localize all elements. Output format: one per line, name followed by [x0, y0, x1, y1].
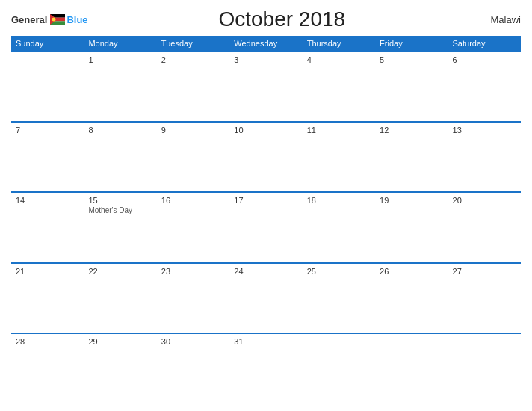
page-title: October 2018 — [88, 7, 476, 31]
table-row — [375, 333, 448, 404]
table-row — [303, 333, 375, 404]
col-wednesday: Wednesday — [229, 36, 302, 52]
day-number: 22 — [88, 267, 152, 276]
table-row: 8 — [84, 122, 156, 192]
table-row: 1 — [84, 52, 156, 122]
calendar-page: General Blue October 2018 Malawi Sunday … — [0, 0, 532, 411]
table-row: 20 — [448, 192, 521, 262]
day-number: 23 — [161, 267, 225, 276]
logo-general: General — [11, 14, 47, 25]
logo-flag-icon — [50, 14, 65, 25]
table-row: 7 — [11, 122, 84, 192]
logo-blue: Blue — [66, 14, 87, 25]
day-number: 25 — [307, 267, 371, 276]
table-row: 25 — [303, 263, 375, 333]
table-row: 5 — [375, 52, 448, 122]
col-saturday: Saturday — [448, 36, 521, 52]
day-number: 27 — [453, 267, 516, 276]
day-number: 26 — [380, 267, 443, 276]
table-row: 22 — [84, 263, 156, 333]
calendar-header-row: Sunday Monday Tuesday Wednesday Thursday… — [11, 36, 521, 52]
day-number: 8 — [88, 126, 152, 135]
day-number: 5 — [380, 55, 443, 64]
table-row — [11, 52, 84, 122]
day-number: 17 — [234, 196, 297, 205]
table-row: 15Mother's Day — [84, 192, 156, 262]
day-number: 31 — [234, 337, 297, 346]
svg-point-5 — [52, 18, 56, 22]
day-number: 3 — [234, 55, 297, 64]
calendar-week-row: 21222324252627 — [11, 263, 521, 333]
day-number: 14 — [16, 196, 79, 205]
day-number: 11 — [307, 126, 371, 135]
day-number: 6 — [453, 55, 516, 64]
table-row: 24 — [229, 263, 302, 333]
table-row: 13 — [448, 122, 521, 192]
day-number: 16 — [161, 196, 225, 205]
col-monday: Monday — [84, 36, 156, 52]
table-row: 23 — [157, 263, 229, 333]
logo: General Blue — [11, 14, 88, 25]
day-number: 10 — [234, 126, 297, 135]
col-sunday: Sunday — [11, 36, 84, 52]
table-row: 27 — [448, 263, 521, 333]
event-label: Mother's Day — [88, 206, 152, 214]
table-row: 12 — [375, 122, 448, 192]
calendar-week-row: 123456 — [11, 52, 521, 122]
day-number: 20 — [453, 196, 516, 205]
day-number: 9 — [161, 126, 225, 135]
table-row: 18 — [303, 192, 375, 262]
table-row: 3 — [229, 52, 302, 122]
day-number: 4 — [307, 55, 371, 64]
table-row: 26 — [375, 263, 448, 333]
calendar-week-row: 1415Mother's Day1617181920 — [11, 192, 521, 262]
calendar-week-row: 78910111213 — [11, 122, 521, 192]
table-row: 2 — [157, 52, 229, 122]
day-number: 18 — [307, 196, 371, 205]
table-row: 16 — [157, 192, 229, 262]
day-number: 13 — [453, 126, 516, 135]
table-row: 11 — [303, 122, 375, 192]
day-number: 29 — [88, 337, 152, 346]
table-row: 10 — [229, 122, 302, 192]
table-row: 28 — [11, 333, 84, 404]
day-number: 15 — [88, 196, 152, 205]
table-row: 6 — [448, 52, 521, 122]
header: General Blue October 2018 Malawi — [11, 7, 521, 31]
day-number: 19 — [380, 196, 443, 205]
country-label: Malawi — [476, 14, 521, 25]
table-row — [448, 333, 521, 404]
table-row: 4 — [303, 52, 375, 122]
day-number: 1 — [88, 55, 152, 64]
day-number: 7 — [16, 126, 79, 135]
table-row: 31 — [229, 333, 302, 404]
table-row: 21 — [11, 263, 84, 333]
day-number: 24 — [234, 267, 297, 276]
day-number: 21 — [16, 267, 79, 276]
table-row: 29 — [84, 333, 156, 404]
day-number: 28 — [16, 337, 79, 346]
table-row: 19 — [375, 192, 448, 262]
table-row: 30 — [157, 333, 229, 404]
calendar-table: Sunday Monday Tuesday Wednesday Thursday… — [11, 36, 521, 404]
col-thursday: Thursday — [303, 36, 375, 52]
day-number: 12 — [380, 126, 443, 135]
col-tuesday: Tuesday — [157, 36, 229, 52]
calendar-week-row: 28293031 — [11, 333, 521, 404]
day-number: 30 — [161, 337, 225, 346]
table-row: 9 — [157, 122, 229, 192]
day-number: 2 — [161, 55, 225, 64]
col-friday: Friday — [375, 36, 448, 52]
table-row: 17 — [229, 192, 302, 262]
table-row: 14 — [11, 192, 84, 262]
